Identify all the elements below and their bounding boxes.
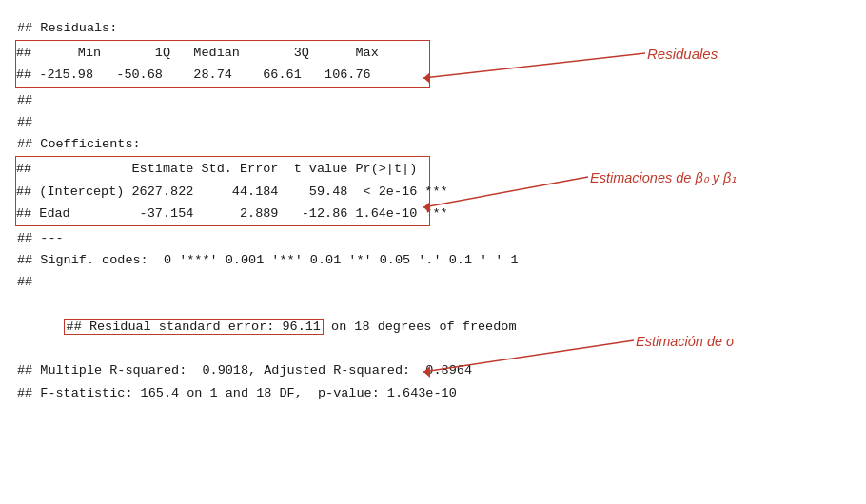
edad-row-line: ## Edad -37.154 2.889 -12.86 1.64e-10 **…	[16, 203, 422, 224]
blank-line-1: ##	[17, 89, 856, 111]
code-area: ## Residuals: ## Min 1Q Median 3Q Max ##…	[17, 17, 866, 494]
residuals-box: ## Min 1Q Median 3Q Max ## -215.98 -50.6…	[15, 40, 430, 87]
fstatistic-line: ## F-statistic: 165.4 on 1 and 18 DF, p-…	[17, 382, 856, 404]
rse-suffix: on 18 degrees of freedom	[324, 320, 517, 334]
residuals-values-line: ## -215.98 -50.68 28.74 66.61 106.76	[16, 64, 422, 86]
rsquared-line: ## Multiple R-squared: 0.9018, Adjusted …	[17, 359, 856, 381]
blank-line-3: ##	[17, 271, 856, 293]
rse-box: ## Residual standard error: 96.11	[64, 319, 324, 335]
intercept-row-line: ## (Intercept) 2627.822 44.184 59.48 < 2…	[16, 181, 422, 203]
coeff-columns-line: ## Estimate Std. Error t value Pr(>|t|)	[16, 158, 422, 180]
coeff-label-line: ## Coefficients:	[17, 133, 856, 155]
signif-line: ## Signif. codes: 0 '***' 0.001 '**' 0.0…	[17, 249, 856, 271]
residuals-label-line: ## Residuals:	[17, 17, 856, 39]
residuals-header-line: ## Min 1Q Median 3Q Max	[16, 42, 422, 64]
rse-line: ## Residual standard error: 96.11 on 18 …	[17, 294, 856, 360]
coefficients-box: ## Estimate Std. Error t value Pr(>|t|) …	[15, 156, 430, 226]
dashes-line: ## ---	[17, 227, 856, 249]
blank-line-2: ##	[17, 111, 856, 133]
